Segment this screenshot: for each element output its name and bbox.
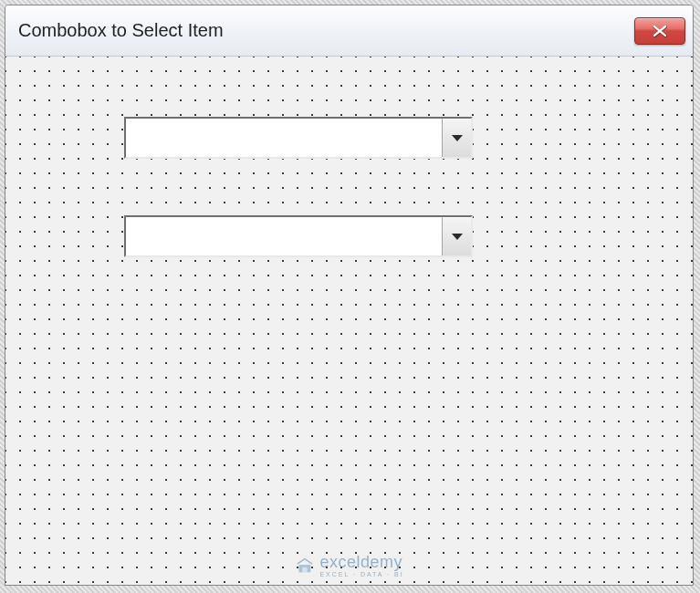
combobox-1-dropdown-button[interactable]: [442, 119, 471, 157]
window-title: Combobox to Select Item: [18, 20, 224, 41]
watermark-logo-icon: [294, 556, 314, 576]
chevron-down-icon: [452, 234, 463, 240]
chevron-down-icon: [452, 135, 463, 141]
userform-window: Combobox to Select Item: [5, 5, 694, 586]
watermark-brand: exceldemy: [319, 554, 403, 570]
combobox-1-input[interactable]: [126, 119, 442, 157]
svg-rect-1: [302, 567, 308, 573]
watermark: exceldemy EXCEL · DATA · BI: [294, 554, 403, 577]
combobox-2[interactable]: [124, 215, 473, 257]
close-icon: [652, 25, 668, 37]
watermark-tagline: EXCEL · DATA · BI: [319, 571, 403, 577]
titlebar[interactable]: Combobox to Select Item: [5, 5, 693, 57]
vba-designer-surface: Combobox to Select Item: [0, 0, 700, 593]
combobox-2-input[interactable]: [126, 217, 442, 255]
close-button[interactable]: [634, 17, 685, 45]
combobox-1[interactable]: [124, 117, 473, 159]
combobox-2-dropdown-button[interactable]: [442, 217, 471, 255]
form-body[interactable]: exceldemy EXCEL · DATA · BI: [5, 57, 693, 585]
